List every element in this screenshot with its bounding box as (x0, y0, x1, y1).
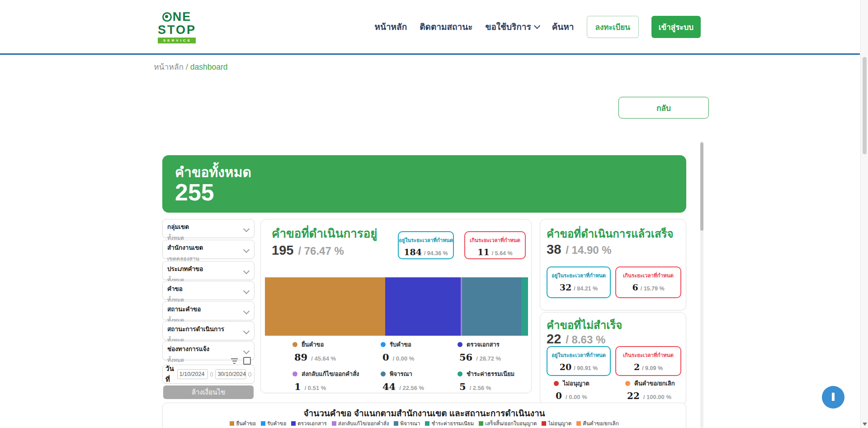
status-stacked-bar (265, 277, 528, 336)
page-scrollbar-thumb[interactable] (863, 57, 867, 154)
overdue-value: 6 (632, 282, 638, 292)
breadcrumb-separator: / (186, 62, 188, 71)
completed-overdue-box: เกินระยะเวลาที่กำหนด 6/ 15.79 % (615, 266, 681, 298)
legend-value: 5 (459, 381, 466, 392)
nav-item[interactable]: หน้าหลัก (374, 20, 407, 33)
chart-legend-item: ส่งกลับแก้ไข/ออกคำสั่ง (332, 419, 389, 428)
page-scrollbar[interactable] (860, 0, 868, 428)
status-legend: ยื่นคำขอ89/ 45.64 %รับคำขอ0/ 0.00 %ตรวจเ… (292, 340, 534, 392)
legend-item: ไม่อนุญาต0/ 0.00 % (554, 379, 625, 401)
nav-item-label: หน้าหลัก (374, 20, 407, 33)
legend-item: คืนคำขอ/ยกเลิก22/ 100.00 % (625, 379, 697, 401)
district-chart-legend: ยื่นคำขอรับคำขอตรวจเอกสารส่งกลับแก้ไข/ออ… (163, 419, 686, 428)
legend-square-icon (479, 421, 483, 426)
chart-legend-item: เสร็จสิ้น/ออกใบอนุญาต (479, 419, 537, 428)
legend-label: ไม่อนุญาต (548, 419, 571, 428)
logo-line-service: SERVICE (158, 38, 196, 43)
scroll-to-top-button[interactable] (822, 386, 844, 409)
legend-name: พิจารณา (390, 369, 412, 379)
date-end-picker-icon[interactable] (248, 372, 251, 376)
bar-segment (521, 277, 528, 336)
legend-square-icon (576, 421, 581, 426)
legend-value: 89 (294, 352, 307, 363)
nav-links: หน้าหลักติดตามสถานะขอใช้บริการค้นหา (374, 20, 574, 33)
legend-item: ตรวจเอกสาร56/ 28.72 % (458, 340, 534, 363)
completed-on-time-box: อยู่ในระยะเวลาที่กำหนด 32/ 84.21 % (547, 266, 611, 298)
in-progress-card: คำขอที่ดำเนินการอยู่ 195 / 76.47 % อยู่ใ… (260, 219, 532, 393)
legend-percent: / 45.64 % (311, 355, 336, 362)
chart-legend-item: พิจารณา (394, 419, 420, 428)
legend-dot-icon (554, 381, 559, 386)
chart-legend-item: คืนคำขอ/ยกเลิก (576, 419, 618, 428)
breadcrumb-home-link[interactable]: หน้าหลัก (154, 62, 184, 71)
filter-label: คำขอ (167, 284, 250, 294)
one-stop-service-dashboard: NE STOP SERVICE หน้าหลักติดตามสถานะขอใช้… (0, 0, 868, 428)
clear-filters-button[interactable]: ล้างเงื่อนไข (163, 385, 254, 399)
chart-legend-item: ชำระค่าธรรมเนียม (425, 419, 474, 428)
legend-item: พิจารณา44/ 22.56 % (381, 369, 458, 392)
scrollbar-down-arrow-icon[interactable] (863, 423, 867, 426)
overdue-percent: / 15.79 % (641, 285, 665, 292)
dashboard-scrollbar-thumb[interactable] (700, 143, 703, 231)
chart-legend-item: ตรวจเอกสาร (291, 419, 326, 428)
nav-item[interactable]: ขอใช้บริการ (485, 20, 539, 33)
legend-percent: / 0.00 % (393, 355, 415, 362)
legend-square-icon (542, 421, 546, 426)
dashboard-scrollbar[interactable] (700, 141, 703, 428)
district-chart-title: จำนวนคำขอ จำแนกตามสำนักงานเขต และสถานะกา… (163, 406, 686, 420)
in-progress-headline: 195 / 76.47 % (272, 243, 344, 258)
legend-name: คืนคำขอ/ยกเลิก (634, 379, 675, 388)
legend-name: ไม่อนุญาต (563, 379, 590, 388)
filter-label: ประเภทคำขอ (167, 264, 250, 274)
filter-label: ช่องทางการแจ้ง (167, 344, 250, 354)
on-time-label: อยู่ในระยะเวลาที่กำหนด (547, 271, 610, 280)
overdue-percent: / 5.64 % (492, 250, 513, 257)
filter-select[interactable]: ประเภทคำขอทั้งหมด (162, 261, 255, 280)
date-start-input[interactable]: 1/10/2024 (177, 369, 208, 379)
nav-item-label: ค้นหา (552, 20, 574, 33)
back-button[interactable]: กลับ (618, 97, 709, 119)
chart-legend-item: ยื่นคำขอ (230, 419, 256, 428)
filter-tools (162, 357, 251, 365)
filter-select[interactable]: สถานะคำขอทั้งหมด (162, 301, 255, 320)
legend-dot-icon (625, 381, 630, 386)
nav-item[interactable]: ค้นหา (552, 20, 574, 33)
filter-lines-icon[interactable] (231, 358, 238, 364)
date-filter: วันที่ 1/10/2024 30/10/2024 (162, 365, 255, 384)
completed-card: คำขอที่ดำเนินการแล้วเสร็จ 38 / 14.90 % อ… (540, 219, 686, 310)
filter-select[interactable]: สำนักงานเขตเขตคลองสาน (162, 240, 255, 259)
failed-percent: / 8.63 % (566, 333, 605, 346)
legend-square-icon (261, 421, 265, 426)
on-time-value: 184 (404, 247, 422, 257)
filter-label: สำนักงานเขต (167, 243, 250, 252)
overdue-value: 2 (634, 362, 640, 372)
legend-percent: / 22.56 % (399, 385, 424, 391)
failed-legend: ไม่อนุญาต0/ 0.00 %คืนคำขอ/ยกเลิก22/ 100.… (554, 379, 697, 401)
date-filter-label: วันที่ (165, 363, 174, 385)
on-time-value: 20 (560, 362, 571, 372)
register-button[interactable]: ลงทะเบียน (587, 16, 639, 38)
nav-item-label: ขอใช้บริการ (485, 20, 531, 33)
date-start-picker-icon[interactable] (210, 372, 213, 376)
one-stop-service-logo[interactable]: NE STOP SERVICE (158, 11, 196, 43)
login-button[interactable]: เข้าสู่ระบบ (651, 16, 701, 38)
logo-spiral-o-icon (162, 12, 172, 22)
header-divider (0, 53, 860, 55)
filter-select[interactable]: สถานะการดำเนินการทั้งหมด (162, 321, 255, 340)
district-chart-card: จำนวนคำขอ จำแนกตามสำนักงานเขต และสถานะกา… (162, 403, 686, 428)
chart-legend-item: รับคำขอ (261, 419, 286, 428)
completed-title: คำขอที่ดำเนินการแล้วเสร็จ (547, 225, 674, 243)
expand-icon[interactable] (243, 357, 251, 365)
nav-item[interactable]: ติดตามสถานะ (420, 20, 472, 33)
in-progress-on-time-box: อยู่ในระยะเวลาที่กำหนด 184/ 94.36 % (398, 231, 454, 259)
in-progress-overdue-box: เกินระยะเวลาที่กำหนด 11/ 5.64 % (464, 231, 526, 259)
filter-select[interactable]: กลุ่มเขตทั้งหมด (162, 219, 255, 238)
completed-headline: 38 / 14.90 % (547, 242, 612, 257)
legend-value: 0 (382, 352, 389, 363)
main-nav: หน้าหลักติดตามสถานะขอใช้บริการค้นหา ลงทะ… (374, 0, 701, 53)
date-end-input[interactable]: 30/10/2024 (215, 369, 246, 379)
failed-value: 22 (547, 332, 561, 347)
legend-percent: / 28.72 % (476, 355, 501, 362)
filter-select[interactable]: คำขอทั้งหมด (162, 281, 255, 300)
failed-on-time-box: อยู่ในระยะเวลาที่กำหนด 20/ 90.91 % (547, 346, 611, 376)
